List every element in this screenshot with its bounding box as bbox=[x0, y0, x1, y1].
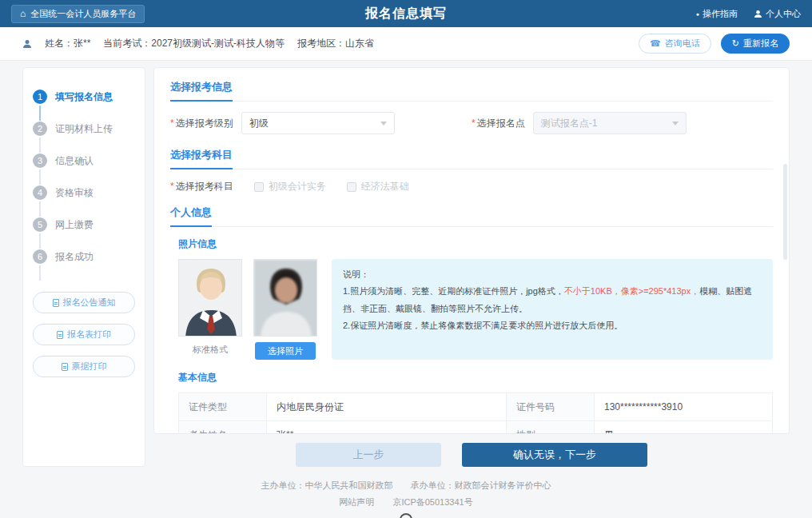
checkbox-icon bbox=[254, 182, 264, 192]
cell-value: 张** bbox=[267, 421, 507, 435]
current-exam: 当前考试：2027初级测试-测试-科技人物等 bbox=[103, 37, 285, 50]
standard-photo-example bbox=[178, 259, 242, 337]
note-line-2: 2.保证照片清晰度，禁止将像素数据不满足要求的照片进行放大后使用。 bbox=[343, 317, 762, 334]
user-info-bar: 姓名：张** 当前考试：2027初级测试-测试-科技人物等 报考地区：山东省 ☎… bbox=[0, 27, 812, 61]
step-number: 6 bbox=[33, 249, 47, 264]
basic-info-table: 证件类型 内地居民身份证 证件号码 130***********3910 考生姓… bbox=[178, 392, 773, 434]
step-number: 2 bbox=[33, 122, 47, 136]
subjects-label: *选择报考科目 bbox=[170, 180, 233, 193]
subject-option-label: 初级会计实务 bbox=[269, 180, 326, 193]
subject-option-2[interactable]: 经济法基础 bbox=[347, 180, 409, 193]
photo-block: 标准格式 选择照片 bbox=[178, 259, 773, 360]
previous-step-button[interactable]: 上一步 bbox=[296, 443, 441, 467]
step-confirm-info[interactable]: 3 信息确认 bbox=[33, 145, 135, 177]
step-label: 网上缴费 bbox=[55, 218, 94, 232]
step-register-success[interactable]: 6 报名成功 bbox=[33, 241, 135, 273]
uploaded-photo-preview bbox=[253, 259, 317, 337]
personal-center-label: 个人中心 bbox=[766, 8, 801, 20]
exam-level-select[interactable]: 初级 bbox=[241, 112, 395, 134]
choose-photo-button[interactable]: 选择照片 bbox=[255, 342, 316, 360]
step-number: 4 bbox=[33, 185, 47, 200]
subject-option-label: 经济法基础 bbox=[361, 180, 409, 193]
registration-site-select[interactable]: 测试报名点-1 bbox=[533, 112, 687, 134]
icp-number: 京ICP备05013341号 bbox=[392, 497, 472, 507]
operation-guide-label: 操作指南 bbox=[703, 8, 738, 20]
photo-info-subheader: 照片信息 bbox=[178, 237, 773, 251]
cell-value: 内地居民身份证 bbox=[267, 393, 507, 421]
personal-center-link[interactable]: 个人中心 bbox=[754, 8, 801, 20]
section-header-personal: 个人信息 bbox=[170, 205, 773, 227]
operation-guide-link[interactable]: ● 操作指南 bbox=[696, 8, 738, 20]
step-upload-materials[interactable]: 2 证明材料上传 bbox=[33, 113, 135, 145]
section-title: 选择报考科目 bbox=[170, 148, 233, 169]
basic-info-subheader: 基本信息 bbox=[178, 371, 773, 385]
confirm-next-step-button[interactable]: 确认无误，下一步 bbox=[462, 443, 647, 467]
cell-value: 男 bbox=[595, 421, 773, 435]
document-icon bbox=[62, 363, 68, 371]
site-statement-link[interactable]: 网站声明 bbox=[339, 497, 374, 507]
re-register-button[interactable]: ↻ 重新报名 bbox=[721, 34, 790, 54]
document-icon bbox=[57, 331, 63, 339]
sidebar-link-receipt-print[interactable]: 票据打印 bbox=[33, 356, 135, 377]
required-mark: * bbox=[170, 181, 174, 192]
user-icon bbox=[754, 10, 762, 18]
step-number: 5 bbox=[33, 217, 47, 232]
note-red-text: 不小于10KB，像素>=295*413px， bbox=[564, 286, 699, 296]
re-register-label: 重新报名 bbox=[743, 38, 778, 50]
consult-phone-label: 咨询电话 bbox=[665, 38, 700, 50]
cell-label: 证件类型 bbox=[179, 393, 267, 421]
platform-home-button[interactable]: ⌂ 全国统一会计人员服务平台 bbox=[11, 5, 145, 23]
required-mark: * bbox=[472, 118, 476, 129]
exam-region: 报考地区：山东省 bbox=[297, 37, 374, 50]
checkbox-icon bbox=[347, 182, 356, 192]
sidebar-link-announcement[interactable]: 报名公告通知 bbox=[33, 292, 135, 313]
content-area: 1 填写报名信息 2 证明材料上传 3 信息确认 4 资格审核 5 网上缴费 6… bbox=[0, 61, 812, 467]
step-label: 填写报名信息 bbox=[55, 90, 113, 104]
sidebar-link-label: 票据打印 bbox=[72, 361, 107, 373]
table-row: 证件类型 内地居民身份证 证件号码 130***********3910 bbox=[179, 393, 773, 421]
step-fill-info[interactable]: 1 填写报名信息 bbox=[33, 81, 135, 113]
step-online-payment[interactable]: 5 网上缴费 bbox=[33, 209, 135, 241]
refresh-icon: ↻ bbox=[732, 38, 739, 49]
required-mark: * bbox=[170, 118, 174, 129]
chevron-down-icon bbox=[380, 122, 387, 126]
section-header-subjects: 选择报考科目 bbox=[170, 147, 773, 169]
cell-label: 证件号码 bbox=[507, 393, 595, 421]
sidebar-link-form-print[interactable]: 报名表打印 bbox=[33, 324, 135, 345]
footer-badge-icon bbox=[400, 513, 412, 518]
table-row: 考生姓名 张** 性别 男 bbox=[179, 421, 773, 435]
sidebar-link-label: 报名公告通知 bbox=[63, 297, 116, 309]
note-line-1: 1.照片须为清晰、完整、近期的标准证件照片，jpg格式，不小于10KB，像素>=… bbox=[343, 283, 762, 317]
step-number: 3 bbox=[33, 153, 47, 168]
note-title: 说明： bbox=[343, 266, 762, 283]
step-qualification-review[interactable]: 4 资格审核 bbox=[33, 177, 135, 209]
top-header-bar: 报名信息填写 ⌂ 全国统一会计人员服务平台 ● 操作指南 个人中心 bbox=[0, 0, 812, 27]
vertical-scrollbar[interactable] bbox=[783, 164, 787, 260]
photo-requirements-note: 说明： 1.照片须为清晰、完整、近期的标准证件照片，jpg格式，不小于10KB，… bbox=[332, 259, 773, 360]
step-label: 信息确认 bbox=[55, 154, 94, 168]
main-column: 选择报考信息 *选择报考级别 初级 *选择报名点 测试报名点-1 bbox=[153, 67, 790, 467]
cell-label: 性别 bbox=[507, 421, 595, 435]
step-label: 证明材料上传 bbox=[55, 122, 113, 136]
exam-level-value: 初级 bbox=[249, 117, 269, 130]
form-actions: 上一步 确认无误，下一步 bbox=[153, 434, 790, 467]
phone-icon: ☎ bbox=[650, 38, 661, 49]
step-label: 资格审核 bbox=[55, 186, 94, 200]
home-icon: ⌂ bbox=[20, 9, 26, 18]
chevron-down-icon bbox=[672, 122, 679, 126]
section-title: 选择报考信息 bbox=[170, 80, 233, 102]
steps-sidebar: 1 填写报名信息 2 证明材料上传 3 信息确认 4 资格审核 5 网上缴费 6… bbox=[22, 67, 145, 467]
subject-option-1[interactable]: 初级会计实务 bbox=[254, 180, 326, 193]
user-name: 姓名：张** bbox=[45, 37, 90, 50]
person-icon bbox=[22, 39, 32, 49]
document-icon bbox=[53, 299, 59, 307]
cell-value: 130***********3910 bbox=[595, 393, 773, 421]
step-label: 报名成功 bbox=[55, 250, 94, 264]
sidebar-link-label: 报名表打印 bbox=[67, 329, 111, 341]
step-number: 1 bbox=[33, 90, 47, 104]
section-title: 个人信息 bbox=[170, 205, 212, 227]
platform-label: 全国统一会计人员服务平台 bbox=[30, 8, 136, 20]
consult-phone-button[interactable]: ☎ 咨询电话 bbox=[639, 34, 711, 54]
dot-icon: ● bbox=[696, 11, 699, 17]
registration-form-card: 选择报考信息 *选择报考级别 初级 *选择报名点 测试报名点-1 bbox=[153, 67, 790, 434]
